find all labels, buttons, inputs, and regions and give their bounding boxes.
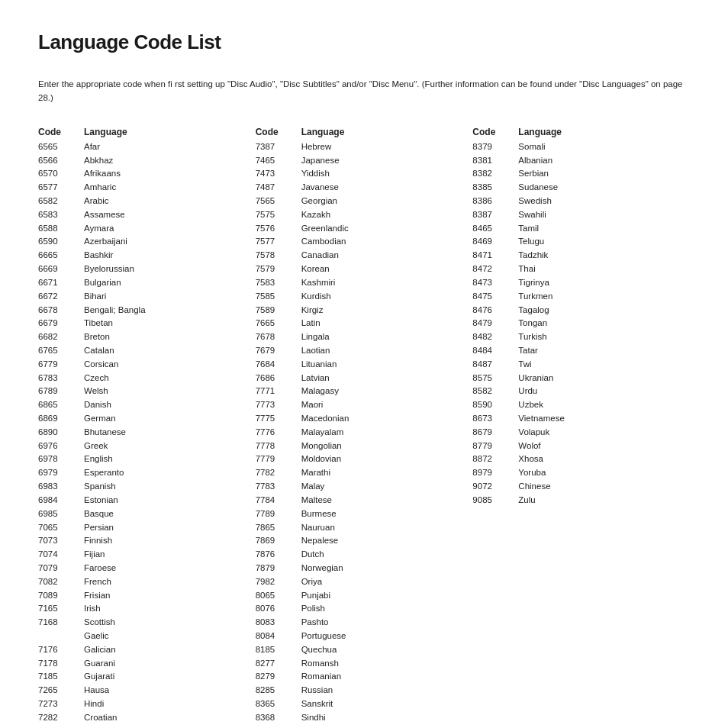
language-code: 6679 xyxy=(38,317,84,330)
language-code: 8472 xyxy=(472,263,518,276)
column-header-2: CodeLanguage xyxy=(256,127,458,137)
table-row: 8365Sanskrit xyxy=(256,697,458,711)
language-name: Latin xyxy=(301,317,458,330)
language-code: 6779 xyxy=(38,358,84,372)
language-name: Sudanese xyxy=(518,181,675,195)
table-row: 8779Wolof xyxy=(472,440,675,453)
language-code: 8285 xyxy=(256,684,301,697)
table-row: 7678Lingala xyxy=(256,330,458,344)
language-code: 8779 xyxy=(472,440,518,453)
language-name: Tongan xyxy=(518,317,675,330)
language-name: Canadian xyxy=(301,249,458,263)
table-row: 8469Telugu xyxy=(472,235,675,249)
table-row: 7865Nauruan xyxy=(256,521,458,535)
language-code: 7678 xyxy=(256,330,301,344)
language-name: Fijian xyxy=(84,548,240,562)
table-row: 8476Tagalog xyxy=(472,304,675,317)
language-code: 7273 xyxy=(38,697,84,711)
table-row: 9072Chinese xyxy=(472,480,675,494)
language-code: 7575 xyxy=(256,208,301,222)
table-row: 7575Kazakh xyxy=(256,208,458,222)
language-code: 6570 xyxy=(38,167,84,181)
language-code: 7583 xyxy=(256,276,301,290)
language-code: 6678 xyxy=(38,304,84,317)
language-name: Kurdish xyxy=(301,290,458,304)
language-code: 6978 xyxy=(38,453,84,466)
table-row: 7387Hebrew xyxy=(256,140,458,154)
language-name: Xhosa xyxy=(518,453,675,466)
language-name: Portuguese xyxy=(301,630,458,643)
language-name: Moldovian xyxy=(301,453,458,466)
table-row: 8979Yoruba xyxy=(472,466,675,480)
table-row: 8465Tamil xyxy=(472,222,675,236)
table-row: 7282Croatian xyxy=(38,711,240,725)
table-row: 7465Japanese xyxy=(256,154,458,168)
table-row: 6978English xyxy=(38,453,240,466)
col-header-code: Code xyxy=(38,127,84,137)
language-code: 7589 xyxy=(256,304,301,317)
language-name: Lituanian xyxy=(301,358,458,372)
language-name: Irish xyxy=(84,602,240,616)
table-row: 7776Malayalam xyxy=(256,426,458,440)
language-name: Croatian xyxy=(84,711,240,725)
language-name: Javanese xyxy=(301,181,458,195)
language-code: 8475 xyxy=(472,290,518,304)
table-row: 8673Vietnamese xyxy=(472,412,675,426)
table-row: 6890Bhutanese xyxy=(38,426,240,440)
language-name: English xyxy=(84,453,240,466)
table-row: 6789Welsh xyxy=(38,385,240,398)
language-name: Sindhi xyxy=(301,711,458,725)
language-name: Tagalog xyxy=(518,304,675,317)
language-code: 8185 xyxy=(256,643,301,657)
language-name: Serbian xyxy=(518,167,675,181)
language-code: 6582 xyxy=(38,195,84,208)
col-header-language: Language xyxy=(301,127,458,137)
language-code: 6984 xyxy=(38,494,84,507)
language-name: Spanish xyxy=(84,480,240,494)
language-name: Macedonian xyxy=(301,412,458,426)
table-row: 7775Macedonian xyxy=(256,412,458,426)
language-code: 6665 xyxy=(38,249,84,263)
table-row: 8487Twi xyxy=(472,358,675,372)
table-row: 7265Hausa xyxy=(38,684,240,697)
table-row: 7065Persian xyxy=(38,521,240,535)
language-code: 8076 xyxy=(256,602,301,616)
table-row: 6570Afrikaans xyxy=(38,167,240,181)
table-row: 7073Finnish xyxy=(38,534,240,548)
language-code: 8382 xyxy=(472,167,518,181)
language-code: 7679 xyxy=(256,344,301,358)
table-row: 8482Turkish xyxy=(472,330,675,344)
table-row: 8372Serbocroat xyxy=(256,725,458,728)
table-row: 7783Malay xyxy=(256,480,458,494)
table-row: 8185Quechua xyxy=(256,643,458,657)
table-row: 6983Spanish xyxy=(38,480,240,494)
language-code: 8083 xyxy=(256,616,301,630)
language-code: 7684 xyxy=(256,358,301,372)
table-row: 7473Yiddish xyxy=(256,167,458,181)
language-code: 7065 xyxy=(38,521,84,535)
language-name: Korean xyxy=(301,263,458,276)
language-name: Twi xyxy=(518,358,675,372)
language-code: 6985 xyxy=(38,507,84,521)
language-name: Yoruba xyxy=(518,466,675,480)
table-row: 8279Romanian xyxy=(256,670,458,684)
table-row: 7879Norwegian xyxy=(256,562,458,575)
table-row: 9085Zulu xyxy=(472,494,675,507)
table-row: 8084Portuguese xyxy=(256,630,458,643)
table-row: 7982Oriya xyxy=(256,575,458,589)
language-name: Marathi xyxy=(301,466,458,480)
language-name: Bulgarian xyxy=(84,276,240,290)
table-row: 8083Pashto xyxy=(256,616,458,630)
language-name: Wolof xyxy=(518,440,675,453)
language-code: 8479 xyxy=(472,317,518,330)
language-code: 6565 xyxy=(38,140,84,154)
language-code: 6672 xyxy=(38,290,84,304)
language-code: 7473 xyxy=(256,167,301,181)
language-name: Thai xyxy=(518,263,675,276)
language-name: Malay xyxy=(301,480,458,494)
language-code: 8979 xyxy=(472,466,518,480)
language-code: 7185 xyxy=(38,670,84,684)
table-row: 8473Tigrinya xyxy=(472,276,675,290)
table-row: 6783Czech xyxy=(38,372,240,385)
language-code: 8279 xyxy=(256,670,301,684)
